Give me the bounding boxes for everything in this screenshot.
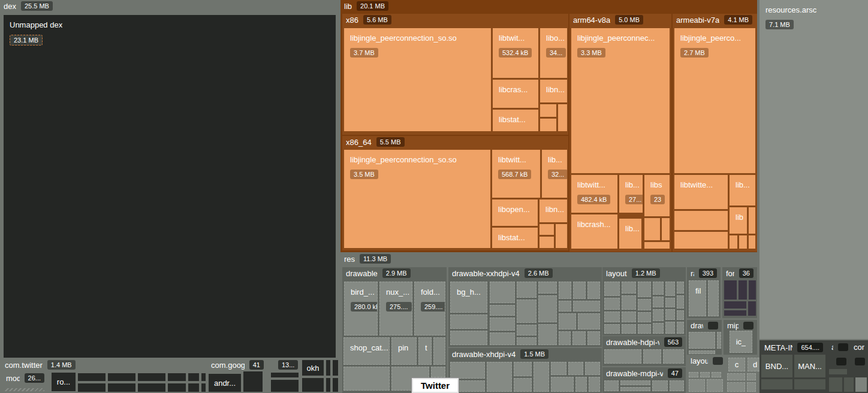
- res-filler[interactable]: [665, 309, 675, 320]
- font-filler[interactable]: [724, 310, 746, 316]
- res-filler[interactable]: [575, 377, 587, 392]
- lib-x86-libstat[interactable]: libstat...: [493, 110, 538, 131]
- meta-filler[interactable]: [761, 379, 792, 389]
- meta-bnd-tile[interactable]: BND...: [761, 355, 792, 377]
- lib-arm64-lib27[interactable]: lib...27...: [619, 175, 643, 213]
- res-filler[interactable]: [653, 309, 664, 321]
- res-filler[interactable]: [638, 312, 651, 322]
- res-filler[interactable]: [717, 332, 721, 349]
- layout-land-section[interactable]: layout-...: [687, 355, 727, 370]
- res-ic[interactable]: ic_: [730, 331, 752, 353]
- res-filler[interactable]: [665, 298, 675, 307]
- lib-x86-libo[interactable]: libo...34...: [540, 28, 567, 78]
- dex-filler[interactable]: [243, 371, 263, 392]
- res-filler[interactable]: [747, 373, 756, 380]
- lib-filler[interactable]: [558, 104, 567, 131]
- dex-filler[interactable]: [138, 373, 165, 381]
- res-filler[interactable]: [638, 324, 651, 334]
- res-filler[interactable]: [727, 373, 745, 380]
- res-filler[interactable]: [490, 318, 515, 331]
- res-filler[interactable]: [587, 282, 600, 299]
- res-filler[interactable]: [620, 387, 650, 391]
- res-filler[interactable]: [514, 378, 532, 392]
- dex-filler[interactable]: [333, 378, 338, 392]
- res-filler[interactable]: [653, 297, 664, 307]
- go-root-section[interactable]: go: [846, 356, 866, 367]
- res-filler[interactable]: [620, 380, 650, 385]
- res-filler[interactable]: [653, 282, 664, 295]
- unmapped-dex-tile[interactable]: Unmapped dex23.1 MB: [4, 15, 336, 358]
- res-filler[interactable]: [559, 331, 571, 345]
- res-filler[interactable]: [689, 372, 698, 377]
- res-filler[interactable]: [534, 362, 549, 392]
- res-filler[interactable]: [490, 282, 515, 303]
- dex-filler[interactable]: [168, 383, 186, 392]
- meta-filler[interactable]: [855, 377, 867, 392]
- meta-filler[interactable]: [844, 377, 854, 392]
- res-filler[interactable]: [517, 337, 537, 345]
- lib-x86-libcras[interactable]: libcras...: [493, 80, 538, 108]
- res-filler[interactable]: [622, 324, 636, 334]
- lib-arm64-lib2[interactable]: lib...: [619, 219, 641, 249]
- lib-filler[interactable]: [749, 207, 755, 234]
- lib-x8664-lib32[interactable]: lib...32...: [542, 150, 567, 198]
- lib-arm64-libjingle[interactable]: libjingle_peerconnec...3.3 MB: [571, 28, 670, 173]
- lib-filler[interactable]: [674, 211, 728, 230]
- lib-x8664-libstat[interactable]: libstat...: [492, 228, 538, 248]
- dex-filler[interactable]: [108, 373, 135, 381]
- lib-arm64-libtwitt[interactable]: libtwitt...482.4 kB: [571, 175, 617, 213]
- res-bgh[interactable]: bg_h...: [450, 282, 487, 313]
- dex-filler[interactable]: [188, 373, 199, 381]
- lib-arm-lib4[interactable]: lib: [730, 207, 747, 234]
- lib-x8664-libtwitt[interactable]: libtwitt...568.7 kB: [492, 150, 540, 198]
- res-filler[interactable]: [514, 362, 532, 376]
- lib-filler[interactable]: [739, 235, 747, 249]
- lib-arm64-libcrash[interactable]: libcrash...: [571, 214, 617, 249]
- lib-x8664-libn[interactable]: libn...: [540, 199, 567, 222]
- res-fold[interactable]: fold...259....: [414, 282, 445, 335]
- meta-filler[interactable]: [794, 379, 825, 389]
- lib-filler[interactable]: [540, 119, 556, 131]
- res-filler[interactable]: [665, 282, 675, 296]
- res-filler[interactable]: [708, 280, 719, 316]
- res-t[interactable]: t: [418, 337, 432, 365]
- res-filler[interactable]: [604, 349, 641, 364]
- lib-x8664-libopen[interactable]: libopen...: [492, 199, 538, 226]
- res-filler[interactable]: [450, 331, 487, 345]
- res-filler[interactable]: [670, 380, 684, 391]
- dex-filler[interactable]: [333, 360, 338, 376]
- model-children-hatch[interactable]: [5, 388, 44, 391]
- res-filler[interactable]: [589, 377, 600, 392]
- res-filler[interactable]: [604, 312, 620, 322]
- res-filler[interactable]: [538, 324, 557, 345]
- res-filler[interactable]: [604, 380, 619, 391]
- pkg-andr-tile[interactable]: andr...: [209, 374, 241, 392]
- res-filler[interactable]: [677, 310, 684, 320]
- res-filler[interactable]: [604, 282, 620, 296]
- res-filler[interactable]: [652, 380, 668, 391]
- res-filler[interactable]: [689, 379, 705, 392]
- lib-arm-lib3[interactable]: lib...: [730, 175, 755, 205]
- res-filler[interactable]: [551, 362, 566, 375]
- lib-arm-libtwitte[interactable]: libtwitte...: [674, 175, 728, 209]
- lib-filler[interactable]: [540, 237, 554, 248]
- res-filler[interactable]: [551, 377, 574, 392]
- de-root-section[interactable]: de...: [828, 356, 848, 367]
- dex-filler[interactable]: [326, 360, 330, 376]
- res-filler[interactable]: [578, 313, 600, 329]
- lib-filler[interactable]: [556, 224, 567, 248]
- res-filler[interactable]: [587, 331, 600, 345]
- res-filler[interactable]: [450, 362, 485, 379]
- res-filler[interactable]: [689, 350, 715, 354]
- lib-filler[interactable]: [644, 242, 670, 249]
- lib-filler[interactable]: [540, 104, 556, 117]
- dex-filler[interactable]: [78, 373, 106, 381]
- dex-filler[interactable]: [302, 378, 324, 392]
- res-filler[interactable]: [517, 325, 537, 335]
- lib-x86-libn[interactable]: libn...: [540, 80, 567, 102]
- res-filler[interactable]: [517, 282, 537, 298]
- dex-filler[interactable]: [271, 380, 299, 392]
- res-filler[interactable]: [538, 282, 557, 294]
- lib-x86-libtwit[interactable]: libtwit...532.4 kB: [493, 28, 538, 78]
- pkg-ro-tile[interactable]: ro...: [52, 373, 76, 391]
